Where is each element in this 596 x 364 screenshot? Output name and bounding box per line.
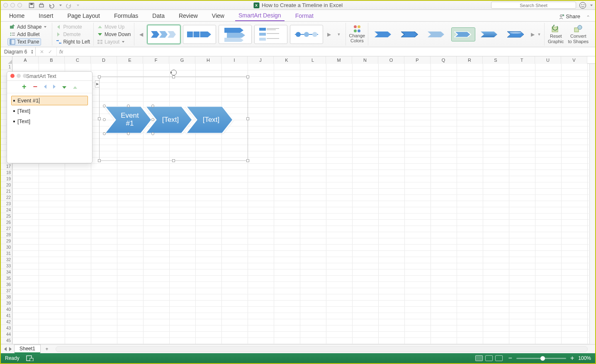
minimize-window[interactable] [10, 3, 15, 7]
close-window[interactable] [3, 3, 8, 7]
styles-next[interactable]: ▶ [531, 32, 535, 37]
row-header[interactable]: 44 [1, 331, 12, 337]
style-thumb-3[interactable] [425, 27, 449, 41]
row-header[interactable]: 29 [1, 238, 12, 244]
column-header[interactable]: B [39, 56, 65, 64]
column-header[interactable]: L [300, 56, 326, 64]
gallery-more[interactable]: ▼ [335, 32, 342, 36]
fx-label[interactable]: fx [57, 49, 66, 55]
tab-smartart-design[interactable]: SmartArt Design [235, 10, 285, 21]
row-header[interactable]: 45 [1, 337, 12, 344]
rotate-handle[interactable] [171, 70, 177, 75]
search-sheet-input[interactable] [491, 2, 576, 9]
row-header[interactable]: 35 [1, 275, 12, 281]
column-header[interactable]: P [404, 56, 431, 64]
page-layout-view-icon[interactable] [485, 355, 493, 361]
column-header[interactable]: J [248, 56, 274, 64]
vertical-scrollbar[interactable] [589, 64, 595, 344]
undo-dropdown[interactable] [59, 5, 62, 6]
zoom-percent[interactable]: 100% [578, 355, 591, 361]
move-up-icon[interactable] [73, 84, 77, 90]
zoom-slider[interactable] [516, 358, 566, 359]
select-all-corner[interactable] [1, 56, 12, 64]
row-header[interactable]: 32 [1, 257, 12, 263]
column-header[interactable]: C [65, 56, 91, 64]
add-sheet-button[interactable]: + [43, 345, 51, 353]
spreadsheet[interactable]: ABCDEFGHIJKLMNOPQRSTUV 12345678910111213… [1, 56, 595, 344]
horizontal-scrollbar[interactable] [53, 346, 592, 352]
column-header[interactable]: N [352, 56, 378, 64]
tab-review[interactable]: Review [175, 10, 201, 21]
resize-handle-ne[interactable] [246, 75, 249, 78]
feedback-icon[interactable] [579, 2, 586, 9]
row-header[interactable]: 25 [1, 213, 12, 219]
tab-insert[interactable]: Insert [35, 10, 56, 21]
column-header[interactable]: K [274, 56, 300, 64]
column-header[interactable]: I [221, 56, 248, 64]
layout-thumb-5[interactable] [290, 25, 323, 44]
column-header[interactable]: E [117, 56, 143, 64]
add-bullet-button[interactable]: Add Bullet [7, 31, 42, 38]
column-header[interactable]: G [169, 56, 195, 64]
tab-format[interactable]: Format [292, 10, 317, 21]
column-header[interactable]: D [91, 56, 117, 64]
page-break-view-icon[interactable] [495, 355, 503, 361]
right-to-left-button[interactable]: Right to Left [63, 39, 90, 45]
layout-thumb-1[interactable] [147, 25, 180, 44]
row-header[interactable]: 23 [1, 201, 12, 207]
style-thumb-1[interactable] [372, 27, 396, 41]
collapse-ribbon-icon[interactable]: ⌃ [586, 15, 590, 20]
row-header[interactable]: 43 [1, 325, 12, 331]
zoom-out-button[interactable]: − [508, 354, 512, 362]
resize-handle-se[interactable] [246, 159, 249, 162]
tab-page-layout[interactable]: Page Layout [64, 10, 103, 21]
text-pane-button[interactable]: Text Pane [7, 38, 41, 46]
tab-formulas[interactable]: Formulas [111, 10, 141, 21]
style-thumb-6[interactable] [504, 27, 528, 41]
reset-graphic-button[interactable]: Reset Graphic [545, 23, 567, 46]
row-header[interactable]: 36 [1, 281, 12, 288]
row-header[interactable]: 30 [1, 244, 12, 250]
row-header[interactable]: 24 [1, 207, 12, 213]
change-colors-button[interactable]: Change Colors [346, 23, 368, 46]
style-thumb-4[interactable] [451, 27, 475, 41]
undo-icon[interactable] [49, 2, 54, 8]
sheet-nav-next[interactable] [9, 347, 12, 351]
layout-thumb-4[interactable] [254, 25, 287, 44]
sheet-tab-1[interactable]: Sheet1 [14, 345, 41, 353]
resize-handle-n[interactable] [172, 75, 175, 78]
share-button[interactable]: Share [558, 13, 580, 19]
resize-handle-sw[interactable] [98, 159, 101, 162]
name-box[interactable]: Diagram 6 ▲▼ [1, 47, 36, 56]
add-shape-button[interactable]: Add Shape [7, 23, 49, 31]
gallery-next[interactable]: ▶ [326, 32, 333, 37]
convert-to-shapes-button[interactable]: Convert to Shapes [567, 23, 589, 46]
zoom-in-button[interactable]: + [570, 354, 574, 362]
resize-handle-w[interactable] [98, 117, 101, 120]
normal-view-icon[interactable] [475, 355, 483, 361]
text-pane-item-2[interactable]: [Text] [11, 106, 88, 116]
expand-text-pane-tab[interactable]: ▶ [95, 80, 99, 87]
row-header[interactable]: 40 [1, 306, 12, 313]
tab-home[interactable]: Home [6, 10, 28, 21]
maximize-window[interactable] [17, 3, 22, 7]
tab-view[interactable]: View [209, 10, 228, 21]
row-header[interactable]: 28 [1, 232, 12, 238]
feedback-dropdown[interactable] [590, 5, 593, 6]
indent-icon[interactable] [53, 84, 56, 90]
column-header[interactable]: A [12, 56, 39, 64]
move-down-icon[interactable] [62, 84, 66, 90]
row-header[interactable]: 22 [1, 194, 12, 201]
layout-thumb-2[interactable] [183, 25, 216, 44]
gallery-prev[interactable]: ◀ [138, 32, 145, 37]
column-header[interactable]: Q [431, 56, 457, 64]
resize-handle-e[interactable] [246, 117, 249, 120]
macro-record-icon[interactable] [26, 355, 34, 361]
row-header[interactable]: 41 [1, 313, 12, 319]
save-icon[interactable] [29, 2, 34, 8]
outdent-icon[interactable] [44, 84, 46, 90]
column-header[interactable]: S [483, 56, 509, 64]
smartart-canvas[interactable]: ▶ Event #1 [Text] [99, 77, 248, 161]
row-header[interactable]: 26 [1, 219, 12, 226]
style-thumb-5[interactable] [478, 27, 502, 41]
